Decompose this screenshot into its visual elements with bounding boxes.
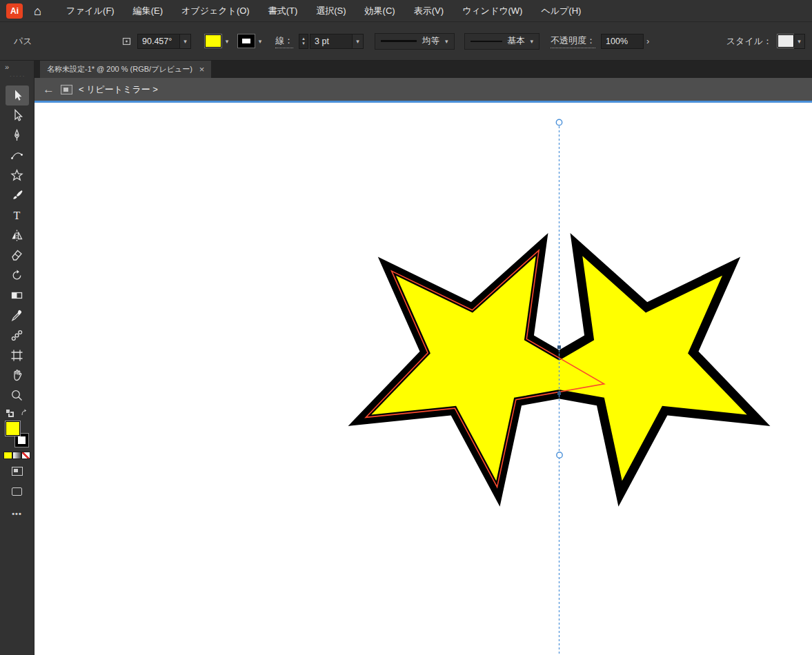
width-profile-dropdown-icon[interactable]: ▾ (445, 38, 448, 45)
canvas[interactable] (34, 103, 812, 655)
paintbrush-icon (10, 189, 23, 202)
screen-mode-button[interactable] (12, 487, 22, 496)
blend-icon (10, 329, 23, 342)
home-icon[interactable]: ⌂ (34, 5, 41, 17)
reflect-icon (10, 229, 23, 242)
menu-edit[interactable]: 編集(E) (133, 5, 163, 17)
menu-bar: Ai ⌂ ファイル(F) 編集(E) オブジェクト(O) 書式(T) 選択(S)… (0, 0, 812, 22)
eyedropper-tool[interactable] (6, 305, 29, 325)
fill-swatch[interactable] (6, 422, 19, 435)
gradient-button[interactable] (13, 452, 21, 458)
none-button[interactable] (22, 452, 30, 458)
curvature-icon (10, 149, 23, 162)
direct-selection-arrow-icon (10, 109, 23, 122)
style-swatch[interactable] (778, 34, 794, 48)
artboard-tool[interactable] (6, 345, 29, 365)
artwork (34, 103, 812, 655)
pen-tool[interactable] (6, 125, 29, 145)
toolbar-header: » ····· (0, 61, 34, 85)
isolation-mode-bar: ← < リピートミラー > (34, 78, 812, 101)
menu-select[interactable]: 選択(S) (316, 5, 346, 17)
star-icon (10, 169, 23, 182)
anchor-point[interactable] (557, 392, 561, 395)
stroke-width-stepper[interactable]: ▲ ▼ (299, 34, 308, 49)
mirror-axis-top-handle[interactable] (556, 119, 562, 125)
stroke-width-dropdown-icon[interactable]: ▾ (353, 34, 364, 49)
color-mode-row (4, 452, 30, 458)
brush-dropdown-icon[interactable]: ▾ (531, 38, 534, 45)
stroke-color-swatch[interactable] (238, 34, 255, 48)
curvature-tool[interactable] (6, 145, 29, 165)
stroke-swatch[interactable] (15, 434, 28, 447)
default-fill-stroke-icon[interactable] (6, 409, 14, 417)
toolbar: » ····· T (0, 61, 34, 655)
menu-file[interactable]: ファイル(F) (66, 5, 115, 17)
brush-preview (471, 41, 502, 42)
width-profile-preview (381, 40, 417, 42)
gradient-icon (10, 289, 23, 302)
fill-dropdown-icon[interactable]: ▾ (221, 34, 232, 49)
illustrator-logo-icon[interactable]: Ai (6, 3, 23, 19)
eraser-tool[interactable] (6, 245, 29, 265)
document-tab[interactable]: 名称未設定-1* @ 200 % (RGB/プレビュー) × (40, 61, 211, 78)
blend-tool[interactable] (6, 325, 29, 345)
edit-toolbar-button[interactable]: ••• (12, 510, 22, 518)
menu-items: ファイル(F) 編集(E) オブジェクト(O) 書式(T) 選択(S) 効果(C… (66, 5, 582, 17)
width-profile-dropdown[interactable]: 均等 ▾ (375, 33, 455, 50)
reference-point-icon[interactable] (121, 36, 132, 46)
control-bar: パス 90.457° ▾ ▾ ▾ 線： ▲ ▼ 3 pt ▾ 均等 ▾ 基本 ▾… (0, 22, 812, 61)
selection-arrow-icon (10, 89, 23, 102)
fill-stroke-swatches (4, 422, 30, 447)
fill-color-swatch[interactable] (205, 34, 221, 48)
transform-dropdown-icon[interactable]: ▾ (180, 34, 191, 49)
active-document-highlight (34, 101, 812, 103)
brush-dropdown[interactable]: 基本 ▾ (464, 33, 540, 50)
rotate-tool[interactable] (6, 265, 29, 285)
menu-type[interactable]: 書式(T) (268, 5, 298, 17)
stroke-dropdown-icon[interactable]: ▾ (255, 34, 266, 49)
artboard-thumbnail-icon[interactable] (61, 85, 72, 94)
color-button[interactable] (4, 452, 12, 458)
breadcrumb-label: < リピートミラー > (79, 83, 158, 96)
stepper-up-icon[interactable]: ▲ (301, 37, 306, 41)
pen-icon (10, 129, 23, 142)
tab-close-icon[interactable]: × (199, 64, 205, 74)
exit-isolation-back-icon[interactable]: ← (43, 83, 55, 95)
direct-selection-tool[interactable] (6, 105, 29, 125)
selection-tool[interactable] (6, 85, 29, 105)
zoom-tool[interactable] (6, 385, 29, 405)
anchor-point[interactable] (557, 345, 561, 349)
menu-help[interactable]: ヘルプ(H) (541, 5, 581, 17)
menu-object[interactable]: オブジェクト(O) (181, 5, 250, 17)
transform-value-input[interactable]: 90.457° (137, 34, 180, 49)
menu-effect[interactable]: 効果(C) (365, 5, 395, 17)
width-profile-label: 均等 (422, 35, 439, 47)
star-shape-tool[interactable] (6, 165, 29, 185)
opacity-panel-link[interactable]: 不透明度： (551, 34, 595, 48)
rotate-icon (10, 269, 23, 282)
document-tab-bar: 名称未設定-1* @ 200 % (RGB/プレビュー) × (34, 61, 812, 78)
stroke-width-input[interactable]: 3 pt (310, 34, 353, 49)
default-fill-square (6, 409, 10, 414)
opacity-input[interactable]: 100% (601, 34, 644, 49)
drawing-modes-button[interactable] (12, 467, 23, 476)
selection-type-label: パス (14, 35, 121, 48)
reflect-tool[interactable] (6, 225, 29, 245)
gradient-tool[interactable] (6, 285, 29, 305)
collapse-panel-icon[interactable]: » (5, 63, 9, 71)
hand-tool[interactable] (6, 365, 29, 385)
document-tab-title: 名称未設定-1* @ 200 % (RGB/プレビュー) (47, 64, 192, 74)
menu-view[interactable]: 表示(V) (414, 5, 444, 17)
style-dropdown-icon[interactable]: ▾ (794, 34, 805, 49)
style-label: スタイル： (726, 35, 772, 48)
swap-fill-stroke-icon[interactable] (21, 407, 29, 419)
opacity-chevron-icon[interactable]: › (646, 36, 649, 46)
paintbrush-tool[interactable] (6, 185, 29, 205)
type-icon: T (10, 209, 23, 222)
menu-window[interactable]: ウィンドウ(W) (462, 5, 522, 17)
stroke-panel-link[interactable]: 線： (275, 34, 293, 48)
mirror-axis-center-handle[interactable] (557, 452, 562, 458)
panel-drag-dots-icon[interactable]: ····· (10, 73, 26, 79)
type-tool[interactable]: T (6, 205, 29, 225)
stepper-down-icon[interactable]: ▼ (301, 41, 306, 46)
